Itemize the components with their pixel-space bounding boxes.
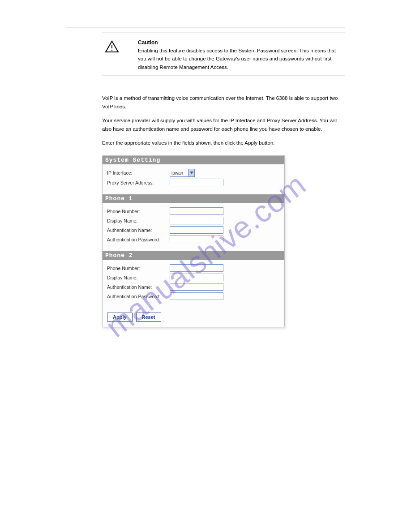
phone1-number-row: Phone Number: [107,207,280,215]
phone2-display-row: Display Name: [107,274,280,281]
phone2-display-label: Display Name: [107,275,170,280]
phone1-authpw-input[interactable] [170,236,223,243]
proxy-server-input[interactable] [170,179,223,186]
reset-button[interactable]: Reset [136,313,161,322]
svg-point-2 [111,50,113,51]
body-text: VoIP is a method of transmitting voice c… [102,94,345,147]
proxy-server-row: Proxy Server Address: [107,179,280,186]
phone2-authpw-row: Authentication Password: [107,292,280,300]
apply-button[interactable]: Apply [107,313,133,322]
phone2-number-row: Phone Number: [107,264,280,272]
phone2-header: Phone 2 [103,251,284,260]
ip-interface-select[interactable]: ipwan [170,169,195,177]
phone2-number-label: Phone Number: [107,266,170,271]
settings-panel: System Setting IP Interface: ipwan Proxy… [102,155,285,327]
phone1-authpw-label: Authentication Password: [107,237,170,242]
phone1-authname-label: Authentication Name: [107,227,170,233]
system-setting-area: IP Interface: ipwan Proxy Server Address… [103,164,284,194]
phone1-number-label: Phone Number: [107,209,170,214]
phone2-authname-row: Authentication Name: [107,283,280,291]
paragraph-3: Enter the appropriate values in the fiel… [102,139,345,147]
paragraph-2: Your service provider will supply you wi… [102,116,345,133]
phone1-authname-row: Authentication Name: [107,226,280,234]
chevron-down-icon [188,169,194,176]
top-divider [66,27,345,27]
phone2-authname-label: Authentication Name: [107,284,170,290]
system-setting-header: System Setting [103,156,284,164]
ip-interface-value: ipwan [171,171,183,176]
phone2-display-input[interactable] [170,274,223,281]
caution-icon [105,40,119,53]
phone2-number-input[interactable] [170,264,223,272]
phone1-area: Phone Number: Display Name: Authenticati… [103,203,284,251]
phone2-authname-input[interactable] [170,283,223,291]
phone2-area: Phone Number: Display Name: Authenticati… [103,260,284,308]
button-row: Apply Reset [103,308,284,327]
document-page: manualshive.com Caution Enabling this fe… [0,0,411,532]
phone1-display-row: Display Name: [107,217,280,224]
caution-block: Caution Enabling this feature disables a… [102,33,345,76]
phone1-display-input[interactable] [170,217,223,224]
caution-title: Caution [138,39,345,46]
caution-body: Enabling this feature disables access to… [138,47,345,71]
phone1-header: Phone 1 [103,194,284,203]
svg-marker-3 [190,172,193,174]
phone1-display-label: Display Name: [107,218,170,223]
phone1-number-input[interactable] [170,207,223,215]
phone1-authpw-row: Authentication Password: [107,236,280,243]
phone2-authpw-input[interactable] [170,292,223,300]
proxy-server-label: Proxy Server Address: [107,180,170,185]
paragraph-1: VoIP is a method of transmitting voice c… [102,94,345,111]
ip-interface-label: IP Interface: [107,170,170,176]
phone1-authname-input[interactable] [170,226,223,234]
phone2-authpw-label: Authentication Password: [107,294,170,299]
ip-interface-row: IP Interface: ipwan [107,169,280,177]
